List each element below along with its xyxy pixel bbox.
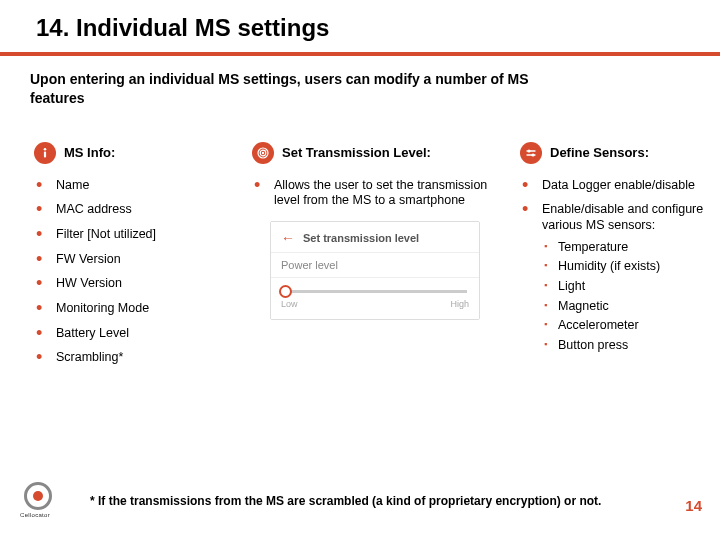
col-title: Define Sensors: bbox=[550, 145, 649, 160]
svg-rect-1 bbox=[44, 151, 46, 157]
slider-low: Low bbox=[281, 299, 298, 309]
sensors-icon bbox=[520, 142, 542, 164]
list-item: Allows the user to set the transmission … bbox=[252, 178, 502, 209]
footnote: * If the transmissions from the MS are s… bbox=[90, 494, 601, 508]
svg-point-0 bbox=[44, 148, 47, 151]
col-title: Set Transmission Level: bbox=[282, 145, 431, 160]
mock-slider: Low High bbox=[271, 277, 479, 319]
col-head: Set Transmission Level: bbox=[252, 142, 502, 164]
sub-item: Magnetic bbox=[542, 299, 704, 315]
intro-text: Upon entering an individual MS settings,… bbox=[0, 56, 600, 108]
list-item: MAC address bbox=[34, 202, 234, 218]
columns: MS Info: Name MAC address Filter [Not ut… bbox=[0, 108, 720, 375]
col-title: MS Info: bbox=[64, 145, 115, 160]
sub-item: Button press bbox=[542, 338, 704, 354]
brand-logo: Cellocator bbox=[20, 482, 58, 516]
list-item: Filter [Not utilized] bbox=[34, 227, 234, 243]
list-item: Monitoring Mode bbox=[34, 301, 234, 317]
logo-dot-icon bbox=[33, 491, 43, 501]
ms-info-list: Name MAC address Filter [Not utilized] F… bbox=[34, 178, 234, 366]
mock-row-label: Power level bbox=[271, 252, 479, 277]
svg-point-8 bbox=[531, 153, 534, 156]
transmission-desc: Allows the user to set the transmission … bbox=[252, 178, 502, 209]
back-icon: ← bbox=[281, 230, 295, 246]
svg-point-7 bbox=[527, 149, 530, 152]
slider-high: High bbox=[450, 299, 469, 309]
list-item: Battery Level bbox=[34, 326, 234, 342]
col-sensors: Define Sensors: Data Logger enable/disab… bbox=[520, 142, 704, 375]
list-item: Name bbox=[34, 178, 234, 194]
slide-title: 14. Individual MS settings bbox=[0, 0, 720, 52]
slider-thumb bbox=[279, 285, 292, 298]
col-head: Define Sensors: bbox=[520, 142, 704, 164]
sub-item: Accelerometer bbox=[542, 318, 704, 334]
sensor-sublist: Temperature Humidity (if exists) Light M… bbox=[542, 240, 704, 354]
sub-item: Light bbox=[542, 279, 704, 295]
slider-labels: Low High bbox=[281, 299, 469, 309]
sub-item: Humidity (if exists) bbox=[542, 259, 704, 275]
col-head: MS Info: bbox=[34, 142, 234, 164]
antenna-icon bbox=[252, 142, 274, 164]
logo-text: Cellocator bbox=[20, 512, 50, 518]
svg-point-4 bbox=[262, 152, 264, 154]
sub-item: Temperature bbox=[542, 240, 704, 256]
mock-header: ← Set transmission level bbox=[271, 222, 479, 252]
list-item: HW Version bbox=[34, 276, 234, 292]
list-text: Enable/disable and configure various MS … bbox=[542, 202, 703, 232]
mock-title: Set transmission level bbox=[303, 232, 419, 244]
info-icon bbox=[34, 142, 56, 164]
col-ms-info: MS Info: Name MAC address Filter [Not ut… bbox=[34, 142, 234, 375]
list-item: Scrambling* bbox=[34, 350, 234, 366]
phone-screenshot: ← Set transmission level Power level Low… bbox=[270, 221, 480, 320]
sensors-list: Data Logger enable/disable Enable/disabl… bbox=[520, 178, 704, 354]
list-item: Data Logger enable/disable bbox=[520, 178, 704, 194]
list-item: FW Version bbox=[34, 252, 234, 268]
slider-track bbox=[283, 290, 467, 293]
page-number: 14 bbox=[685, 497, 702, 514]
list-item: Enable/disable and configure various MS … bbox=[520, 202, 704, 353]
col-transmission: Set Transmission Level: Allows the user … bbox=[252, 142, 502, 375]
